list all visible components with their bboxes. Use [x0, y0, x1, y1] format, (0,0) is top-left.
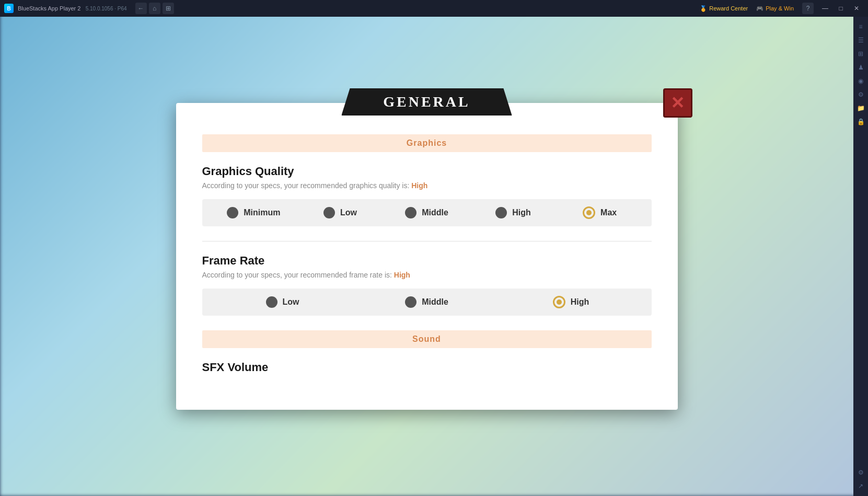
modal-close-button[interactable]: ✕	[663, 88, 692, 118]
radio-label-fr-middle: Middle	[422, 297, 448, 307]
radio-minimum[interactable]: Minimum	[211, 207, 297, 218]
radio-circle-max	[583, 206, 595, 219]
reward-center-button[interactable]: 🏅 Reward Center	[700, 5, 748, 12]
sfx-volume-title: SFX Volume	[202, 361, 652, 374]
sidebar-icon-exit[interactable]: ↗	[855, 480, 866, 492]
sidebar-icon-6[interactable]: ⚙	[855, 89, 866, 100]
modal-container: GENERAL ✕ Graphics Graphics Quality Acco…	[176, 103, 678, 410]
radio-circle-low	[323, 207, 335, 218]
modal-title-banner: GENERAL	[341, 88, 512, 116]
sound-section-header: Sound	[202, 330, 652, 348]
radio-circle-minimum	[227, 207, 238, 218]
multi-button[interactable]: ⊞	[163, 3, 174, 14]
graphics-quality-radio-group: Minimum Low Middle High	[202, 199, 652, 226]
radio-label-fr-low: Low	[283, 297, 299, 307]
radio-label-max: Max	[600, 208, 617, 217]
radio-inner-fr-high	[557, 299, 562, 305]
right-sidebar: ≡ ☰ ⊞ ♟ ◉ ⚙ 📁 🔒 ⚙ ↗	[853, 17, 868, 496]
minimize-button[interactable]: —	[818, 3, 832, 14]
radio-fr-middle[interactable]: Middle	[355, 296, 499, 308]
graphics-quality-title: Graphics Quality	[202, 165, 652, 178]
titlebar-close-button[interactable]: ✕	[849, 3, 864, 14]
graphics-quality-desc: According to your specs, your recommende…	[202, 181, 652, 190]
titlebar-right: — □ ✕	[818, 3, 864, 14]
close-icon: ✕	[670, 95, 685, 111]
modal-title-bg: GENERAL	[341, 88, 512, 116]
sidebar-icon-1[interactable]: ≡	[855, 21, 866, 32]
sfx-volume-block: SFX Volume	[202, 361, 652, 374]
divider-1	[202, 241, 652, 241]
radio-low[interactable]: Low	[297, 207, 384, 218]
app-icon: B	[4, 4, 14, 13]
radio-fr-high[interactable]: High	[499, 296, 643, 308]
graphics-quality-block: Graphics Quality According to your specs…	[202, 165, 652, 226]
graphics-label: Graphics	[407, 139, 447, 147]
titlebar-center: 🏅 Reward Center 🎮 Play & Win ?	[700, 3, 814, 14]
sound-label: Sound	[412, 334, 441, 343]
frame-rate-highlight: High	[394, 271, 410, 279]
modal-body: ✕ Graphics Graphics Quality According to…	[176, 103, 678, 410]
radio-circle-middle	[405, 207, 416, 218]
sidebar-icon-4[interactable]: ♟	[855, 62, 866, 73]
graphics-section-header: Graphics	[202, 134, 652, 152]
sidebar-icon-5[interactable]: ◉	[855, 75, 866, 87]
graphics-quality-highlight: High	[411, 181, 427, 190]
radio-label-middle: Middle	[422, 208, 448, 217]
play-win-icon: 🎮	[756, 5, 763, 12]
radio-circle-high	[495, 207, 507, 218]
main-area: GENERAL ✕ Graphics Graphics Quality Acco…	[0, 17, 853, 496]
back-button[interactable]: ←	[135, 3, 147, 14]
radio-fr-low[interactable]: Low	[211, 296, 355, 308]
frame-rate-desc: According to your specs, your recommende…	[202, 271, 652, 279]
sidebar-icon-2[interactable]: ☰	[855, 34, 866, 46]
reward-icon: 🏅	[700, 5, 707, 12]
radio-high[interactable]: High	[470, 207, 557, 218]
maximize-button[interactable]: □	[834, 3, 848, 14]
radio-label-low: Low	[340, 208, 357, 217]
app-title: BlueStacks App Player 2 5.10.0.1056 · P6…	[18, 5, 127, 11]
frame-rate-radio-group: Low Middle High	[202, 289, 652, 316]
sidebar-icon-8[interactable]: 🔒	[855, 116, 866, 128]
modal-title: GENERAL	[383, 94, 470, 110]
radio-label-minimum: Minimum	[244, 208, 280, 217]
radio-circle-fr-high	[553, 296, 565, 308]
play-win-button[interactable]: 🎮 Play & Win	[756, 5, 794, 12]
radio-max[interactable]: Max	[557, 206, 643, 219]
frame-rate-block: Frame Rate According to your specs, your…	[202, 254, 652, 316]
radio-circle-fr-middle	[405, 296, 416, 308]
help-button[interactable]: ?	[802, 3, 814, 14]
frame-rate-title: Frame Rate	[202, 254, 652, 268]
sidebar-icon-7[interactable]: 📁	[855, 102, 866, 114]
titlebar-nav: ← ⌂ ⊞	[135, 3, 174, 14]
titlebar-left: B BlueStacks App Player 2 5.10.0.1056 · …	[4, 3, 700, 14]
radio-label-fr-high: High	[571, 297, 589, 307]
radio-inner-max	[586, 210, 592, 215]
sidebar-icon-3[interactable]: ⊞	[855, 48, 866, 60]
radio-circle-fr-low	[266, 296, 277, 308]
radio-label-high: High	[512, 208, 531, 217]
sidebar-icon-settings[interactable]: ⚙	[855, 467, 866, 478]
titlebar: B BlueStacks App Player 2 5.10.0.1056 · …	[0, 0, 868, 17]
radio-middle[interactable]: Middle	[384, 207, 470, 218]
home-button[interactable]: ⌂	[149, 3, 160, 14]
